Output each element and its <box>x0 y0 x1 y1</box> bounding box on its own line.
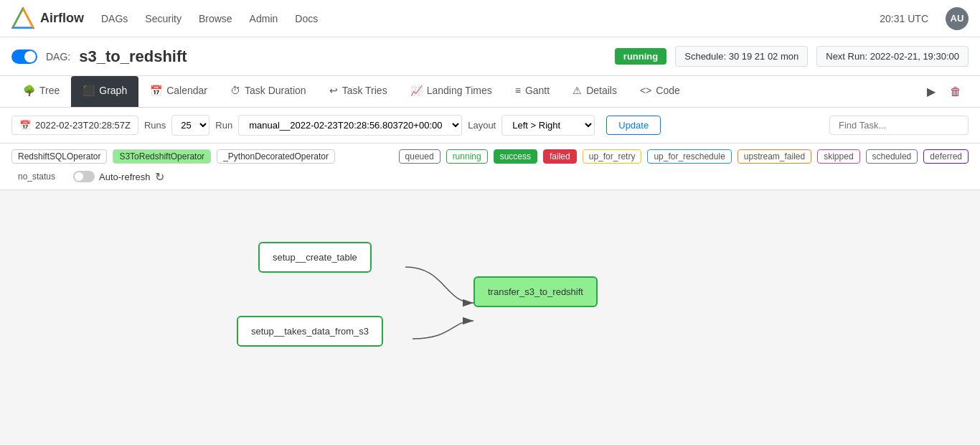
calendar-small-icon: 📅 <box>19 120 31 131</box>
landing-times-icon: 📈 <box>410 85 423 96</box>
svg-line-1 <box>13 8 23 27</box>
next-run: Next Run: 2022-02-21, 19:30:00 <box>816 46 969 67</box>
nav-time: 20:31 UTC <box>880 13 928 24</box>
node-setup-create-table[interactable]: setup__create_table <box>258 242 372 273</box>
badge-upstream-failed: upstream_failed <box>738 149 811 164</box>
runs-label: Runs <box>144 120 166 131</box>
badge-deferred: deferred <box>923 149 969 164</box>
dag-toggle[interactable] <box>11 50 37 64</box>
badge-queued: queued <box>399 149 440 164</box>
dag-header: DAG: s3_to_redshift running Schedule: 30… <box>0 37 980 76</box>
tab-calendar[interactable]: 📅 Calendar <box>138 76 219 107</box>
tab-details[interactable]: ⚠ Details <box>561 76 628 107</box>
code-icon: <> <box>640 85 651 96</box>
refresh-icon[interactable]: ↻ <box>155 170 164 184</box>
tab-gantt[interactable]: ≡ Gantt <box>504 76 561 107</box>
tabs: 🌳 Tree ⬛ Graph 📅 Calendar ⏱ Task Duratio… <box>0 76 980 108</box>
tab-task-tries[interactable]: ↩ Task Tries <box>318 76 399 107</box>
operator-python[interactable]: _PythonDecoratedOperator <box>217 149 335 164</box>
tree-icon: 🌳 <box>23 85 35 96</box>
date-value: 2022-02-23T20:28:57Z <box>35 120 131 131</box>
tab-landing-times[interactable]: 📈 Landing Times <box>399 76 504 107</box>
task-duration-icon: ⏱ <box>230 85 240 96</box>
node-transfer-s3-redshift[interactable]: transfer_s3_to_redshift <box>473 276 598 307</box>
layout-label: Layout <box>468 120 496 131</box>
nav-security[interactable]: Security <box>145 10 182 27</box>
task-tries-icon: ↩ <box>329 85 338 96</box>
brand: Airflow <box>11 7 84 30</box>
gantt-icon: ≡ <box>515 85 521 96</box>
delete-button[interactable]: 🗑 <box>943 81 969 103</box>
details-icon: ⚠ <box>573 85 582 96</box>
brand-name: Airflow <box>40 11 84 26</box>
dag-name: s3_to_redshift <box>79 47 187 66</box>
svg-marker-0 <box>13 8 34 27</box>
operator-redshift[interactable]: RedshiftSQLOperator <box>11 149 107 164</box>
run-label: Run <box>215 120 232 131</box>
update-button[interactable]: Update <box>606 116 661 135</box>
badge-up-for-reschedule: up_for_reschedule <box>647 149 731 164</box>
tab-task-duration[interactable]: ⏱ Task Duration <box>219 76 318 107</box>
graph-icon: ⬛ <box>83 85 95 96</box>
badge-skipped: skipped <box>817 149 859 164</box>
nav-admin[interactable]: Admin <box>250 10 278 27</box>
calendar-icon: 📅 <box>150 85 162 96</box>
nav-docs[interactable]: Docs <box>295 10 318 27</box>
badge-scheduled: scheduled <box>866 149 918 164</box>
nav-avatar[interactable]: AU <box>946 7 969 30</box>
badge-failed: failed <box>543 149 577 164</box>
auto-refresh-toggle[interactable] <box>73 171 95 182</box>
legend: RedshiftSQLOperator S3ToRedshiftOperator… <box>0 144 980 190</box>
tab-graph[interactable]: ⬛ Graph <box>71 76 138 107</box>
auto-refresh: Auto-refresh ↻ <box>73 170 164 184</box>
runs-select[interactable]: 25 <box>171 115 209 136</box>
badge-running: running <box>446 149 488 164</box>
badge-success: success <box>494 149 537 164</box>
status-badge: running <box>615 48 666 65</box>
operator-s3[interactable]: S3ToRedshiftOperator <box>113 149 211 164</box>
play-button[interactable]: ▶ <box>920 80 943 103</box>
svg-line-3 <box>23 8 33 27</box>
node-setup-takes-data[interactable]: setup__takes_data_from_s3 <box>237 316 383 347</box>
layout-select[interactable]: Left > Right Top > Bottom <box>501 115 595 136</box>
nav-browse[interactable]: Browse <box>199 10 232 27</box>
navbar: Airflow DAGs Security Browse Admin Docs … <box>0 0 980 37</box>
badge-up-for-retry: up_for_retry <box>583 149 642 164</box>
schedule-info: Schedule: 30 19 21 02 mon <box>675 46 808 67</box>
graph-area: setup__create_table setup__takes_data_fr… <box>0 190 980 391</box>
tab-tree[interactable]: 🌳 Tree <box>11 76 71 107</box>
dag-label: DAG: <box>46 51 70 62</box>
auto-refresh-label: Auto-refresh <box>99 172 151 182</box>
badge-no-status: no_status <box>11 169 62 184</box>
search-input[interactable] <box>829 116 969 135</box>
tab-code[interactable]: <> Code <box>628 76 692 107</box>
nav-dags[interactable]: DAGs <box>101 10 128 27</box>
controls: 📅 2022-02-23T20:28:57Z Runs 25 Run manua… <box>0 108 980 144</box>
run-select[interactable]: manual__2022-02-23T20:28:56.803720+00:00 <box>238 115 462 136</box>
date-picker[interactable]: 📅 2022-02-23T20:28:57Z <box>11 116 138 135</box>
